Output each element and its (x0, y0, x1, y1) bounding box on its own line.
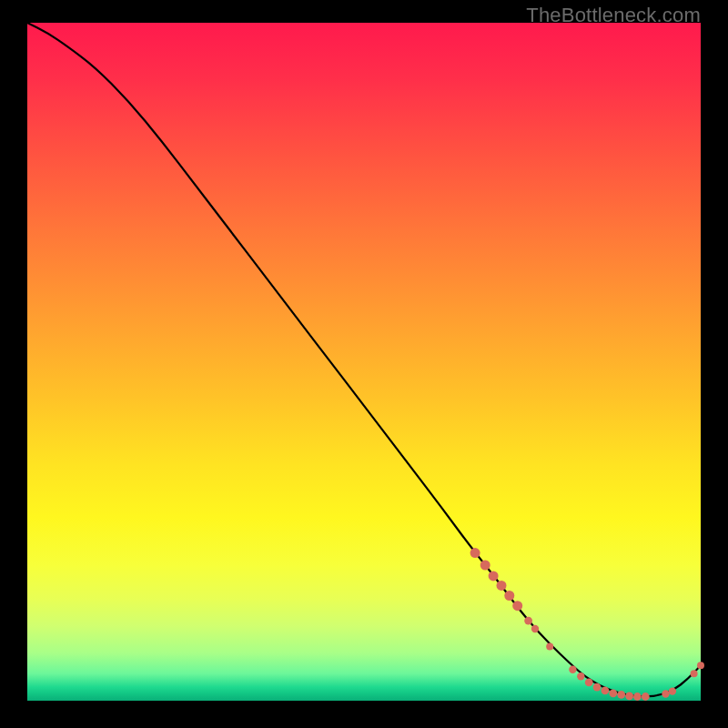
data-marker (662, 690, 669, 697)
data-marker (697, 662, 704, 669)
data-marker (617, 691, 625, 699)
plot-area (27, 23, 701, 701)
data-marker (480, 561, 490, 571)
data-marker (585, 679, 593, 687)
data-marker (569, 666, 576, 673)
curve-svg (27, 23, 701, 701)
data-marker (512, 601, 522, 611)
data-marker (642, 693, 650, 701)
data-marker (609, 689, 617, 697)
data-marker (531, 625, 539, 632)
data-marker (497, 581, 507, 591)
data-marker (504, 591, 514, 601)
data-marker (625, 692, 633, 700)
data-marker (524, 617, 532, 625)
data-marker (593, 683, 602, 692)
bottleneck-curve (27, 23, 701, 696)
data-marker (669, 687, 676, 694)
data-marker (489, 571, 499, 581)
data-marker (577, 672, 584, 680)
data-marker (470, 548, 480, 558)
data-marker (546, 642, 553, 650)
chart-frame: TheBottleneck.com (0, 0, 728, 728)
data-marker (633, 693, 642, 701)
data-marker (691, 670, 698, 677)
data-marker (602, 686, 610, 694)
